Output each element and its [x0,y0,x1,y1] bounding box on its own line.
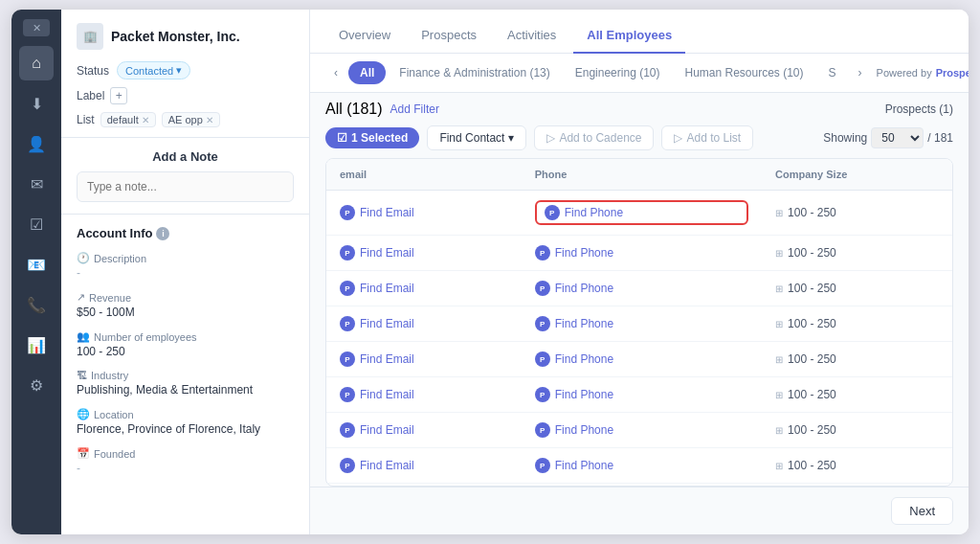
dept-tab-hr[interactable]: Human Resources (10) [673,61,814,84]
find-email-button[interactable]: PFind Email [340,422,508,438]
find-phone-button[interactable]: PFind Phone [535,422,748,438]
prospect-logo: P [340,387,355,402]
col-email: email [326,159,522,191]
nav-chart-icon[interactable]: 📊 [19,328,54,362]
table-row: PFind EmailPFind Phone⊞100 - 250 [326,448,952,484]
note-input[interactable] [77,171,294,202]
description-label: 🕐 Description [77,252,294,264]
phone-cell: PFind Phone [522,342,762,377]
status-badge-label: Contacted [125,65,173,77]
list-row: List default ✕ AE opp ✕ [77,112,294,127]
phone-cell: PFind Phone [522,271,762,306]
find-phone-button[interactable]: PFind Phone [535,316,748,331]
table-row: PFind EmailPFind Phone⊞100 - 250 [326,191,952,236]
nav-mail-icon[interactable]: 📧 [19,247,54,282]
nav-home-icon[interactable]: ⌂ [19,46,54,80]
employees-table-container: email Phone Company Size PFind EmailPFin… [325,158,953,487]
calendar-icon: 📅 [77,447,90,460]
tab-overview[interactable]: Overview [325,18,404,54]
nav-download-icon[interactable]: ⬇ [19,86,54,121]
add-label-button[interactable]: + [110,87,127,104]
dept-prev-arrow[interactable]: ‹ [325,62,346,83]
nav-send-icon[interactable]: ✉ [19,167,54,201]
prospect-logo: P [340,351,355,367]
phone-cell: PFind Phone [522,306,762,342]
nav-checkbox-icon[interactable]: ☑ [19,207,54,241]
description-value: - [77,266,294,280]
status-badge[interactable]: Contacted ▾ [117,61,190,79]
list-tag-default[interactable]: default ✕ [100,112,156,127]
find-email-button[interactable]: PFind Email [340,281,508,296]
employees-value: 100 - 250 [77,345,294,358]
find-email-button[interactable]: PFind Email [340,316,508,331]
account-info-section: Account Info i 🕐 Description - ↗ Revenue… [61,215,309,498]
grid-icon: ⊞ [775,354,783,365]
add-to-list-button[interactable]: ▷ Add to List [661,125,753,150]
prospect-logo: P [340,205,355,220]
industry-icon: 🏗 [77,370,87,381]
grid-icon: ⊞ [775,390,783,400]
find-phone-button[interactable]: PFind Phone [535,351,748,367]
nav-phone-icon[interactable]: 📞 [19,287,54,322]
close-button[interactable]: ✕ [23,19,50,36]
table-footer: Next [310,487,969,534]
find-phone-button[interactable]: PFind Phone [535,458,748,473]
find-email-button[interactable]: PFind Email [340,205,508,220]
find-phone-button[interactable]: PFind Phone [535,200,748,225]
remove-default-tag-icon[interactable]: ✕ [142,115,149,125]
prospect-logo: P [545,205,560,220]
company-size-cell: ⊞100 - 250 [762,448,952,484]
company-size-cell: ⊞100 - 250 [762,306,952,342]
tab-all-employees[interactable]: All Employees [573,18,685,54]
per-page-select[interactable]: 50 25 100 [871,127,924,148]
company-size-cell: ⊞100 - 250 [762,377,952,413]
find-email-button[interactable]: PFind Email [340,458,508,473]
list-tag-ae-opp[interactable]: AE opp ✕ [162,112,220,127]
find-phone-button[interactable]: PFind Phone [535,281,748,296]
account-info-title: Account Info i [77,226,294,240]
main-content: Overview Prospects Activities All Employ… [310,10,969,534]
find-contact-button[interactable]: Find Contact ▾ [427,125,526,150]
prospect-logo: P [340,316,355,331]
find-email-button[interactable]: PFind Email [340,387,508,402]
add-note-title: Add a Note [77,149,294,164]
selected-count-icon: ☑ [337,131,347,145]
table-row: PFind EmailPFind Phone⊞100 - 250 [326,306,952,342]
dept-tab-finance[interactable]: Finance & Administration (13) [388,61,561,84]
company-size-cell: ⊞100 - 250 [762,271,952,306]
add-to-cadence-button[interactable]: ▷ Add to Cadence [534,125,654,150]
email-cell: PFind Email [326,306,522,342]
remove-ae-opp-tag-icon[interactable]: ✕ [206,115,213,125]
nav-gear-icon[interactable]: ⚙ [19,368,54,402]
find-email-button[interactable]: PFind Email [340,245,508,261]
tab-prospects[interactable]: Prospects [408,18,490,54]
prospect-logo: P [535,387,550,402]
table-toolbar: All (181) Add Filter Prospects (1) [310,93,969,125]
email-cell: PFind Email [326,377,522,413]
add-filter-button[interactable]: Add Filter [390,102,439,116]
dept-next-arrow[interactable]: › [850,62,871,83]
location-field: 🌐 Location Florence, Province of Florenc… [77,408,294,436]
dept-tab-engineering[interactable]: Engineering (10) [564,61,672,84]
revenue-label: ↗ Revenue [77,291,294,304]
col-company-size: Company Size [762,159,952,191]
find-email-button[interactable]: PFind Email [340,351,508,367]
dept-tab-s[interactable]: S [817,61,848,84]
next-button[interactable]: Next [891,497,953,525]
industry-label: 🏗 Industry [77,370,294,381]
clock-icon: 🕐 [77,252,90,264]
founded-value: - [77,462,294,475]
list-tag-default-label: default [107,114,139,125]
list-label: List [77,113,95,126]
prospects-count: Prospects (1) [885,102,953,116]
find-phone-button[interactable]: PFind Phone [535,245,748,261]
find-phone-button[interactable]: PFind Phone [535,387,748,402]
globe-icon: 🌐 [77,408,90,420]
nav-user-icon[interactable]: 👤 [19,126,54,161]
grid-icon: ⊞ [775,461,783,471]
tab-activities[interactable]: Activities [494,18,569,54]
employees-label: 👥 Number of employees [77,330,294,343]
dept-tab-all[interactable]: All [348,61,386,84]
chevron-down-icon: ▾ [508,131,514,145]
phone-cell: PFind Phone [522,377,762,413]
